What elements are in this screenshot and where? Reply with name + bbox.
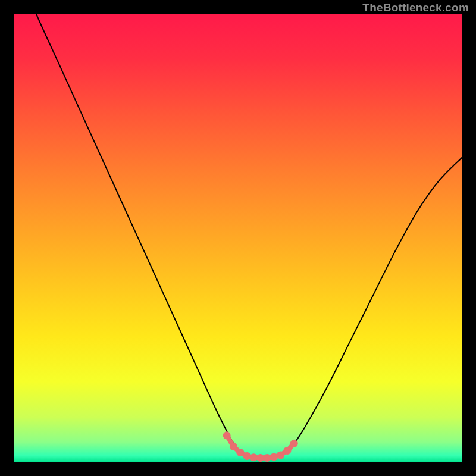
plot-area bbox=[14, 14, 462, 462]
chart-frame: TheBottleneck.com bbox=[0, 0, 476, 476]
sweet-spot-marker bbox=[270, 453, 278, 461]
watermark-text: TheBottleneck.com bbox=[362, 1, 469, 14]
sweet-spot-marker bbox=[290, 440, 298, 447]
sweet-spot-marker bbox=[236, 449, 244, 456]
sweet-spot-marker bbox=[264, 454, 271, 462]
sweet-spot-marker bbox=[256, 454, 264, 462]
sweet-spot-marker bbox=[250, 453, 258, 461]
sweet-spot-marker bbox=[277, 451, 284, 459]
sweet-spot-marker bbox=[243, 452, 251, 460]
bottleneck-curve bbox=[14, 14, 462, 458]
sweet-spot-marker bbox=[230, 443, 237, 450]
sweet-spot-marker bbox=[223, 431, 231, 439]
sweet-spot-marker bbox=[283, 447, 291, 455]
curve-layer bbox=[14, 14, 462, 462]
sweet-spot-markers bbox=[223, 431, 298, 462]
